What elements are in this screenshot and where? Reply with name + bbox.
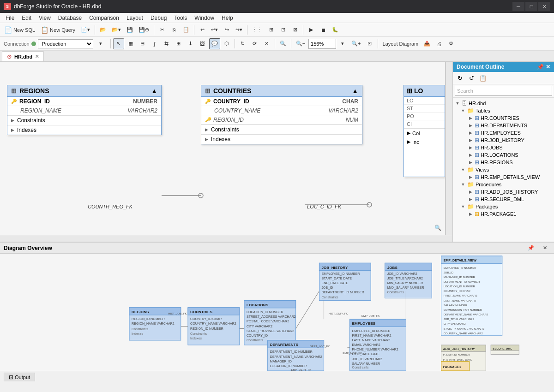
export-button[interactable]: 📤 <box>422 38 433 49</box>
save-all-button[interactable]: 💾⊕ <box>136 24 151 36</box>
countries-indexes[interactable]: ▶ Indexes <box>201 134 362 144</box>
connection-select[interactable]: Production <box>38 39 93 48</box>
redo-button[interactable]: ↪ <box>221 24 232 36</box>
sync-button[interactable]: ✕ <box>261 38 272 49</box>
panel-refresh-button[interactable]: ↻ <box>455 73 465 83</box>
formula-button[interactable]: ∫ <box>149 38 160 49</box>
redo-dropdown[interactable]: ↪▾ <box>233 24 245 36</box>
print-button[interactable]: 🖨 <box>434 38 445 49</box>
panel-pin-button[interactable]: 📌 <box>537 64 544 70</box>
minimize-button[interactable]: ─ <box>512 2 524 11</box>
new-query-button[interactable]: 📋 New Query <box>38 24 78 36</box>
tree-views-folder[interactable]: ▼ 📁 Views <box>453 166 554 173</box>
tree-view-emp-details[interactable]: ▶ ⊞ HR.EMP_DETAILS_VIEW <box>453 173 554 181</box>
menu-help[interactable]: Help <box>218 14 237 22</box>
menu-window[interactable]: Window <box>191 14 218 22</box>
open-dropdown[interactable]: 📂▾ <box>109 24 123 36</box>
tab-hrdbd[interactable]: ⊙ HR.dbd ✕ <box>2 51 44 61</box>
tab-close-button[interactable]: ✕ <box>35 54 39 59</box>
zoom-out-button[interactable]: 🔍− <box>294 38 307 49</box>
collapse-regions-icon[interactable]: ▲ <box>151 87 157 95</box>
more2-button[interactable]: ⊠ <box>289 24 301 36</box>
new-sql-button[interactable]: 📄 New SQL <box>2 24 37 36</box>
diagram-hscroll[interactable] <box>0 235 452 242</box>
output-tab-item[interactable]: ⊡ Output <box>4 373 35 381</box>
run-button[interactable]: ▶ <box>306 24 317 36</box>
close-button[interactable]: ✕ <box>538 2 550 11</box>
overview-close-button[interactable]: ✕ <box>539 244 550 252</box>
tree-proc-secure-dml[interactable]: ▶ ⊞ HR.SECURE_DML <box>453 196 554 203</box>
tree-table-employees[interactable]: ▶ ⊞ HR.EMPLOYEES <box>453 129 554 137</box>
menu-edit[interactable]: Edit <box>18 14 35 22</box>
regions-constraints[interactable]: ▶ Constraints <box>7 115 161 125</box>
panel-search-input[interactable] <box>455 86 552 96</box>
zoom-level[interactable]: 156% <box>308 39 336 49</box>
regions-col-region-name-col: REGION_NAME <box>20 107 125 114</box>
menu-database[interactable]: Database <box>54 14 85 22</box>
tree-tables-folder[interactable]: ▼ 📁 Tables <box>453 107 554 114</box>
debug-button[interactable]: 🐛 <box>330 24 341 36</box>
connect-button[interactable]: ⇆ <box>161 38 172 49</box>
tree-table-regions[interactable]: ▶ ⊞ HR.REGIONS <box>453 159 554 166</box>
layout-diagram-button[interactable]: Layout Diagram <box>380 38 421 49</box>
connection-dropdown[interactable]: ▾ <box>95 38 106 49</box>
pointer-tool[interactable]: ↖ <box>113 38 124 49</box>
copy-button[interactable]: ⎘ <box>169 24 180 36</box>
menu-file[interactable]: File <box>2 14 18 22</box>
tree-root[interactable]: ▼ 🗄 HR.dbd <box>453 100 554 107</box>
image-button[interactable]: 🖼 <box>197 38 208 49</box>
panel-close-button[interactable]: ✕ <box>546 64 550 70</box>
save-button[interactable]: 💾 <box>124 24 135 36</box>
refresh2-button[interactable]: ⟳ <box>249 38 260 49</box>
grid-view-button[interactable]: ▦ <box>125 38 136 49</box>
stop-button[interactable]: ⏹ <box>318 24 329 36</box>
settings-button[interactable]: ⚙ <box>446 38 457 49</box>
column-button[interactable]: ⊟ <box>137 38 148 49</box>
diagram-canvas[interactable]: COUNTR_REG_FK LOC_C_ID_FK ⊞ REGIONS ▲ 🔑 <box>0 62 446 235</box>
tree-packages-folder[interactable]: ▼ 📁 Packages <box>453 203 554 210</box>
more1-button[interactable]: ⊡ <box>277 24 289 36</box>
diagram-search-button[interactable]: 🔍 <box>434 225 441 231</box>
search-diagram-button[interactable]: 🔍 <box>277 38 289 49</box>
paste-button[interactable]: 📋 <box>181 24 192 36</box>
undo-button[interactable]: ↩ <box>197 24 208 36</box>
menu-tools[interactable]: Tools <box>170 14 191 22</box>
diagram-vscroll[interactable] <box>446 62 452 235</box>
svg-text:DEPT_LOC_FK: DEPT_LOC_FK <box>310 344 330 348</box>
partial-col-section[interactable]: ▶ Col <box>404 128 445 137</box>
open-button[interactable]: 📂 <box>97 24 108 36</box>
tree-proc-add-job[interactable]: ▶ ⊞ HR.ADD_JOB_HISTORY <box>453 188 554 196</box>
zoom-dropdown[interactable]: ▾ <box>337 38 348 49</box>
tree-package1[interactable]: ▶ ⊞ HR.PACKAGE1 <box>453 210 554 218</box>
partial-inc-section[interactable]: ▶ Inc <box>404 137 445 146</box>
new-dropdown-button[interactable]: 📄▾ <box>78 24 92 36</box>
tree-table-countries[interactable]: ▶ ⊞ HR.COUNTRIES <box>453 114 554 122</box>
join-button[interactable]: ⊞ <box>173 38 184 49</box>
zoom-fit-button[interactable]: ⊡ <box>364 38 375 49</box>
tree-table-locations[interactable]: ▶ ⊞ HR.LOCATIONS <box>453 151 554 159</box>
panel-settings-button[interactable]: 📋 <box>478 73 488 83</box>
tree-table-job-history[interactable]: ▶ ⊞ HR.JOB_HISTORY <box>453 137 554 144</box>
menu-debug[interactable]: Debug <box>147 14 170 22</box>
refresh-button[interactable]: ↻ <box>237 38 248 49</box>
collapse-countries-icon[interactable]: ▲ <box>352 87 358 95</box>
cut-button[interactable]: ✂ <box>157 24 168 36</box>
shape-button[interactable]: ⬡ <box>221 38 232 49</box>
undo-dropdown[interactable]: ↩▾ <box>209 24 220 36</box>
regions-indexes[interactable]: ▶ Indexes <box>7 125 161 135</box>
menu-comparison[interactable]: Comparison <box>85 14 123 22</box>
tree-table-jobs[interactable]: ▶ ⊞ HR.JOBS <box>453 144 554 151</box>
menu-layout[interactable]: Layout <box>123 14 147 22</box>
align-button[interactable]: ⋮⋮ <box>250 24 265 36</box>
tree-procedures-folder[interactable]: ▼ 📁 Procedures <box>453 181 554 188</box>
maximize-button[interactable]: □ <box>525 2 537 11</box>
grid-button[interactable]: ⊞ <box>265 24 277 36</box>
panel-collapse-button[interactable]: ↺ <box>466 73 476 83</box>
zoom-in-button[interactable]: 🔍+ <box>349 38 363 49</box>
note-button[interactable]: 💬 <box>209 38 220 49</box>
tree-table-departments[interactable]: ▶ ⊞ HR.DEPARTMENTS <box>453 122 554 129</box>
overview-pin-button[interactable]: 📌 <box>525 244 536 252</box>
countries-constraints[interactable]: ▶ Constraints <box>201 125 362 134</box>
menu-view[interactable]: View <box>35 14 54 22</box>
import-button[interactable]: ⬇ <box>185 38 196 49</box>
